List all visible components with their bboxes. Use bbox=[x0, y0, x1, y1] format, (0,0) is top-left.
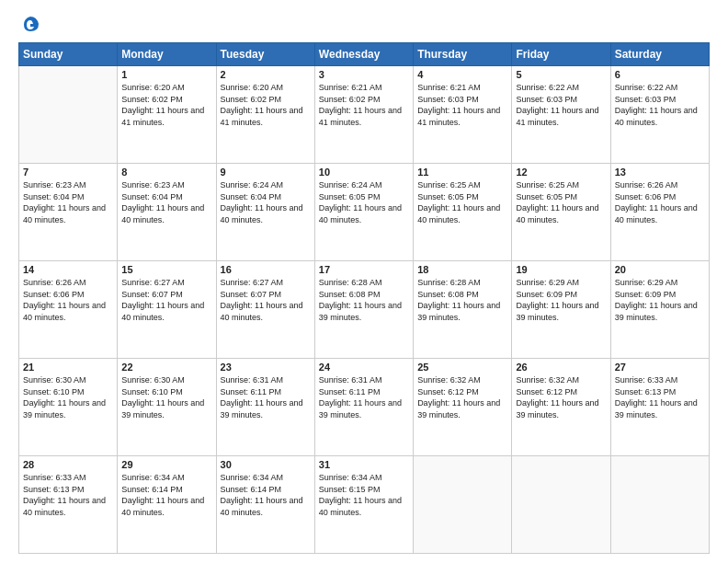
logo-icon bbox=[20, 15, 40, 35]
logo bbox=[18, 17, 40, 35]
day-info: Sunrise: 6:27 AM Sunset: 6:07 PM Dayligh… bbox=[121, 277, 211, 323]
day-info: Sunrise: 6:32 AM Sunset: 6:12 PM Dayligh… bbox=[516, 374, 606, 420]
calendar-cell: 15 Sunrise: 6:27 AM Sunset: 6:07 PM Dayl… bbox=[118, 261, 216, 359]
day-number: 16 bbox=[221, 264, 311, 275]
day-info: Sunrise: 6:29 AM Sunset: 6:09 PM Dayligh… bbox=[615, 277, 705, 323]
calendar-cell: 28 Sunrise: 6:33 AM Sunset: 6:13 PM Dayl… bbox=[19, 456, 118, 554]
calendar-cell: 1 Sunrise: 6:20 AM Sunset: 6:02 PM Dayli… bbox=[118, 66, 216, 164]
day-number: 12 bbox=[516, 167, 606, 178]
day-number: 31 bbox=[319, 459, 409, 470]
day-info: Sunrise: 6:25 AM Sunset: 6:05 PM Dayligh… bbox=[417, 179, 507, 225]
day-number: 13 bbox=[615, 167, 705, 178]
day-info: Sunrise: 6:29 AM Sunset: 6:09 PM Dayligh… bbox=[516, 277, 606, 323]
day-number: 30 bbox=[221, 459, 311, 470]
day-info: Sunrise: 6:30 AM Sunset: 6:10 PM Dayligh… bbox=[23, 374, 113, 420]
calendar-cell: 19 Sunrise: 6:29 AM Sunset: 6:09 PM Dayl… bbox=[512, 261, 610, 359]
day-number: 8 bbox=[121, 167, 211, 178]
calendar-cell: 5 Sunrise: 6:22 AM Sunset: 6:03 PM Dayli… bbox=[512, 66, 610, 164]
day-number: 24 bbox=[319, 362, 409, 373]
calendar-row: 21 Sunrise: 6:30 AM Sunset: 6:10 PM Dayl… bbox=[19, 359, 710, 456]
day-number: 17 bbox=[319, 264, 409, 275]
day-info: Sunrise: 6:20 AM Sunset: 6:02 PM Dayligh… bbox=[121, 82, 211, 128]
calendar-cell: 29 Sunrise: 6:34 AM Sunset: 6:14 PM Dayl… bbox=[118, 456, 216, 554]
day-number: 2 bbox=[221, 69, 311, 80]
day-number: 14 bbox=[23, 264, 113, 275]
day-info: Sunrise: 6:31 AM Sunset: 6:11 PM Dayligh… bbox=[221, 374, 311, 420]
day-info: Sunrise: 6:28 AM Sunset: 6:08 PM Dayligh… bbox=[417, 277, 507, 323]
day-number: 22 bbox=[121, 362, 211, 373]
day-info: Sunrise: 6:27 AM Sunset: 6:07 PM Dayligh… bbox=[221, 277, 311, 323]
calendar-cell bbox=[19, 66, 118, 164]
calendar-cell: 6 Sunrise: 6:22 AM Sunset: 6:03 PM Dayli… bbox=[610, 66, 709, 164]
calendar-cell: 30 Sunrise: 6:34 AM Sunset: 6:14 PM Dayl… bbox=[216, 456, 314, 554]
day-number: 11 bbox=[417, 167, 507, 178]
day-number: 21 bbox=[23, 362, 113, 373]
day-info: Sunrise: 6:22 AM Sunset: 6:03 PM Dayligh… bbox=[516, 82, 606, 128]
day-number: 25 bbox=[417, 362, 507, 373]
day-info: Sunrise: 6:33 AM Sunset: 6:13 PM Dayligh… bbox=[615, 374, 705, 420]
calendar-cell: 3 Sunrise: 6:21 AM Sunset: 6:02 PM Dayli… bbox=[314, 66, 413, 164]
page: SundayMondayTuesdayWednesdayThursdayFrid… bbox=[0, 0, 728, 563]
day-info: Sunrise: 6:24 AM Sunset: 6:04 PM Dayligh… bbox=[221, 179, 311, 225]
weekday-header: Friday bbox=[512, 43, 610, 66]
calendar-cell: 10 Sunrise: 6:24 AM Sunset: 6:05 PM Dayl… bbox=[314, 164, 413, 261]
calendar-cell: 22 Sunrise: 6:30 AM Sunset: 6:10 PM Dayl… bbox=[118, 359, 216, 456]
calendar-row: 1 Sunrise: 6:20 AM Sunset: 6:02 PM Dayli… bbox=[19, 66, 710, 164]
day-number: 1 bbox=[121, 69, 211, 80]
day-info: Sunrise: 6:33 AM Sunset: 6:13 PM Dayligh… bbox=[23, 472, 113, 518]
calendar-row: 28 Sunrise: 6:33 AM Sunset: 6:13 PM Dayl… bbox=[19, 456, 710, 554]
calendar-cell bbox=[512, 456, 610, 554]
weekday-header: Thursday bbox=[414, 43, 512, 66]
day-info: Sunrise: 6:23 AM Sunset: 6:04 PM Dayligh… bbox=[23, 179, 113, 225]
day-info: Sunrise: 6:34 AM Sunset: 6:14 PM Dayligh… bbox=[121, 472, 211, 518]
calendar-cell: 12 Sunrise: 6:25 AM Sunset: 6:05 PM Dayl… bbox=[512, 164, 610, 261]
calendar-cell: 9 Sunrise: 6:24 AM Sunset: 6:04 PM Dayli… bbox=[216, 164, 314, 261]
day-info: Sunrise: 6:32 AM Sunset: 6:12 PM Dayligh… bbox=[417, 374, 507, 420]
day-info: Sunrise: 6:24 AM Sunset: 6:05 PM Dayligh… bbox=[319, 179, 409, 225]
day-info: Sunrise: 6:21 AM Sunset: 6:03 PM Dayligh… bbox=[417, 82, 507, 128]
calendar-cell: 4 Sunrise: 6:21 AM Sunset: 6:03 PM Dayli… bbox=[414, 66, 512, 164]
weekday-header: Monday bbox=[118, 43, 216, 66]
weekday-header: Sunday bbox=[19, 43, 118, 66]
day-info: Sunrise: 6:26 AM Sunset: 6:06 PM Dayligh… bbox=[615, 179, 705, 225]
day-info: Sunrise: 6:21 AM Sunset: 6:02 PM Dayligh… bbox=[319, 82, 409, 128]
calendar-cell bbox=[414, 456, 512, 554]
calendar-cell: 16 Sunrise: 6:27 AM Sunset: 6:07 PM Dayl… bbox=[216, 261, 314, 359]
weekday-header: Wednesday bbox=[314, 43, 413, 66]
calendar-cell: 24 Sunrise: 6:31 AM Sunset: 6:11 PM Dayl… bbox=[314, 359, 413, 456]
day-number: 29 bbox=[121, 459, 211, 470]
day-number: 19 bbox=[516, 264, 606, 275]
day-info: Sunrise: 6:23 AM Sunset: 6:04 PM Dayligh… bbox=[121, 179, 211, 225]
day-info: Sunrise: 6:22 AM Sunset: 6:03 PM Dayligh… bbox=[615, 82, 705, 128]
calendar-cell: 21 Sunrise: 6:30 AM Sunset: 6:10 PM Dayl… bbox=[19, 359, 118, 456]
day-number: 26 bbox=[516, 362, 606, 373]
weekday-header: Saturday bbox=[610, 43, 709, 66]
calendar-cell: 23 Sunrise: 6:31 AM Sunset: 6:11 PM Dayl… bbox=[216, 359, 314, 456]
day-number: 6 bbox=[615, 69, 705, 80]
calendar-cell: 25 Sunrise: 6:32 AM Sunset: 6:12 PM Dayl… bbox=[414, 359, 512, 456]
day-info: Sunrise: 6:34 AM Sunset: 6:15 PM Dayligh… bbox=[319, 472, 409, 518]
calendar-cell: 17 Sunrise: 6:28 AM Sunset: 6:08 PM Dayl… bbox=[314, 261, 413, 359]
calendar-cell: 8 Sunrise: 6:23 AM Sunset: 6:04 PM Dayli… bbox=[118, 164, 216, 261]
day-info: Sunrise: 6:26 AM Sunset: 6:06 PM Dayligh… bbox=[23, 277, 113, 323]
day-info: Sunrise: 6:34 AM Sunset: 6:14 PM Dayligh… bbox=[221, 472, 311, 518]
day-info: Sunrise: 6:20 AM Sunset: 6:02 PM Dayligh… bbox=[221, 82, 311, 128]
calendar-cell: 13 Sunrise: 6:26 AM Sunset: 6:06 PM Dayl… bbox=[610, 164, 709, 261]
calendar-cell: 26 Sunrise: 6:32 AM Sunset: 6:12 PM Dayl… bbox=[512, 359, 610, 456]
day-number: 20 bbox=[615, 264, 705, 275]
header-row: SundayMondayTuesdayWednesdayThursdayFrid… bbox=[19, 43, 710, 66]
calendar-cell: 27 Sunrise: 6:33 AM Sunset: 6:13 PM Dayl… bbox=[610, 359, 709, 456]
calendar: SundayMondayTuesdayWednesdayThursdayFrid… bbox=[18, 42, 710, 554]
calendar-cell: 14 Sunrise: 6:26 AM Sunset: 6:06 PM Dayl… bbox=[19, 261, 118, 359]
header bbox=[18, 17, 710, 35]
calendar-cell: 7 Sunrise: 6:23 AM Sunset: 6:04 PM Dayli… bbox=[19, 164, 118, 261]
day-info: Sunrise: 6:25 AM Sunset: 6:05 PM Dayligh… bbox=[516, 179, 606, 225]
day-number: 5 bbox=[516, 69, 606, 80]
calendar-row: 14 Sunrise: 6:26 AM Sunset: 6:06 PM Dayl… bbox=[19, 261, 710, 359]
day-number: 7 bbox=[23, 167, 113, 178]
day-number: 4 bbox=[417, 69, 507, 80]
day-info: Sunrise: 6:31 AM Sunset: 6:11 PM Dayligh… bbox=[319, 374, 409, 420]
calendar-cell: 11 Sunrise: 6:25 AM Sunset: 6:05 PM Dayl… bbox=[414, 164, 512, 261]
day-number: 10 bbox=[319, 167, 409, 178]
day-number: 27 bbox=[615, 362, 705, 373]
